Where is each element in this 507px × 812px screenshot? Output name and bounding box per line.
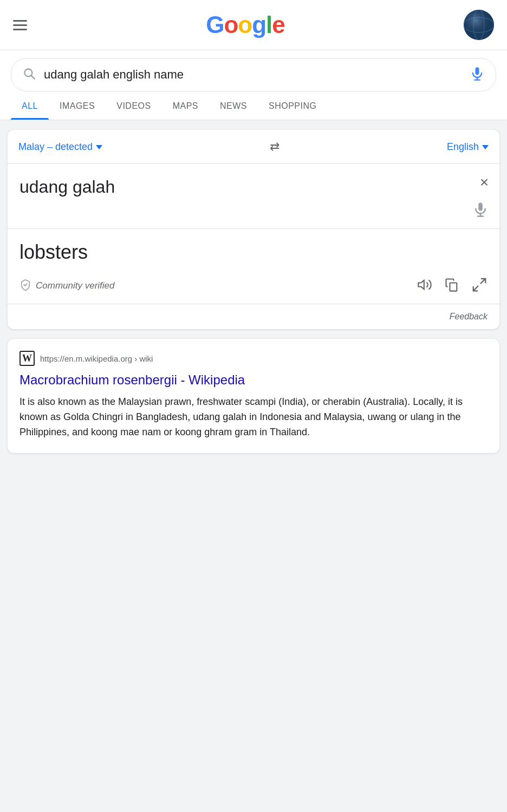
translate-card: Malay – detected ⇄ English udang galah ×… xyxy=(8,130,499,329)
result-area: lobsters Community verified xyxy=(8,229,499,304)
source-lang-chevron-icon xyxy=(96,145,102,149)
source-lang-btn[interactable]: Malay – detected xyxy=(18,141,102,153)
tab-maps[interactable]: MAPS xyxy=(162,91,209,120)
result-actions xyxy=(417,277,487,295)
svg-marker-12 xyxy=(418,280,424,289)
community-verified-badge: Community verified xyxy=(20,279,115,293)
translate-header: Malay – detected ⇄ English xyxy=(8,130,499,164)
nav-tabs: ALL IMAGES VIDEOS MAPS NEWS SHOPPING xyxy=(0,91,507,120)
tab-images[interactable]: IMAGES xyxy=(49,91,106,120)
shield-icon xyxy=(20,279,31,293)
target-lang-chevron-icon xyxy=(482,145,489,149)
result-text: lobsters xyxy=(20,241,487,264)
expand-icon[interactable] xyxy=(471,277,487,295)
svg-rect-13 xyxy=(450,283,457,291)
menu-icon[interactable] xyxy=(13,20,27,30)
sound-icon[interactable] xyxy=(417,277,432,294)
svg-rect-6 xyxy=(476,67,479,75)
header: Google xyxy=(0,0,507,50)
source-mic-icon[interactable] xyxy=(472,201,489,220)
search-input[interactable]: udang galah english name xyxy=(44,68,462,82)
wiki-title[interactable]: Macrobrachium rosenbergii - Wikipedia xyxy=(20,371,487,388)
wiki-snippet: It is also known as the Malaysian prawn,… xyxy=(20,395,487,440)
svg-rect-9 xyxy=(478,203,483,211)
tab-videos[interactable]: VIDEOS xyxy=(106,91,161,120)
copy-icon[interactable] xyxy=(444,277,459,294)
search-bar[interactable]: udang galah english name xyxy=(11,58,496,91)
tab-all[interactable]: ALL xyxy=(11,91,49,120)
wikipedia-w-icon: W xyxy=(20,351,35,366)
clear-button[interactable]: × xyxy=(480,175,489,190)
svg-line-14 xyxy=(481,279,486,284)
tab-news[interactable]: NEWS xyxy=(209,91,258,120)
mic-icon[interactable] xyxy=(470,66,485,83)
svg-line-15 xyxy=(473,286,478,291)
google-logo: Google xyxy=(206,11,285,38)
wiki-card: W https://en.m.wikipedia.org › wiki Macr… xyxy=(8,339,499,453)
wiki-source-row: W https://en.m.wikipedia.org › wiki xyxy=(20,351,487,366)
svg-line-5 xyxy=(31,76,35,79)
search-bar-container: udang galah english name xyxy=(0,50,507,91)
source-text-area: udang galah × xyxy=(8,164,499,229)
search-icon xyxy=(22,67,36,83)
tab-shopping[interactable]: SHOPPING xyxy=(258,91,327,120)
result-meta: Community verified xyxy=(20,277,487,295)
svg-point-3 xyxy=(464,10,494,40)
target-lang-btn[interactable]: English xyxy=(447,141,489,153)
feedback-button[interactable]: Feedback xyxy=(8,304,499,329)
avatar[interactable] xyxy=(464,10,494,40)
swap-languages-icon[interactable]: ⇄ xyxy=(102,140,447,154)
source-text[interactable]: udang galah xyxy=(20,176,487,199)
wiki-url: https://en.m.wikipedia.org › wiki xyxy=(40,354,153,363)
